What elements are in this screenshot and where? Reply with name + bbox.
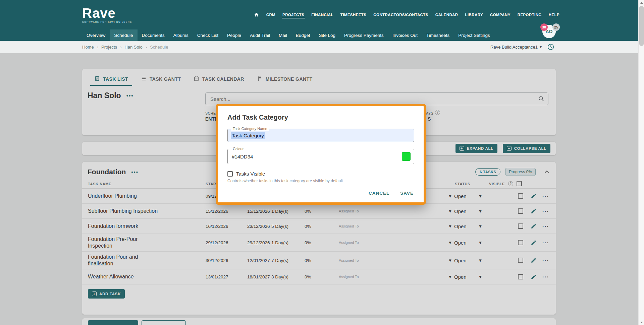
field-value-selected: Task Category	[231, 132, 265, 139]
subnav-item-overview[interactable]: Overview	[82, 29, 110, 41]
chevron-right-icon: ›	[146, 45, 147, 50]
nav-item-help[interactable]: HELP	[548, 11, 560, 18]
scrollbar[interactable]	[638, 0, 644, 325]
breadcrumb-projects[interactable]: Projects	[101, 45, 117, 50]
subnav-item-audit-trail[interactable]: Audit Trail	[246, 29, 274, 41]
save-button[interactable]: SAVE	[400, 191, 414, 196]
field-label: Task Category Name	[231, 127, 269, 131]
subnav-item-progress-payments[interactable]: Progress Payments	[340, 29, 388, 41]
breadcrumb: Home › Projects › Han Solo › Schedule Ra…	[0, 41, 638, 53]
field-label: Colour	[231, 147, 245, 151]
dialog-title: Add Task Category	[227, 114, 414, 121]
workspace-selector[interactable]: Rave Build Acceptance1 ▾	[490, 45, 542, 50]
nav-item-company[interactable]: COMPANY	[489, 11, 511, 18]
notification-badge-pink[interactable]: 30	[540, 23, 548, 31]
subnav-item-site-log[interactable]: Site Log	[315, 29, 340, 41]
breadcrumb-project[interactable]: Han Solo	[124, 45, 142, 50]
task-category-name-field[interactable]: Task Category Name Task Category	[227, 129, 414, 142]
nav-item-timesheets[interactable]: TIMESHEETS	[340, 11, 367, 18]
scroll-up-arrow[interactable]	[639, 0, 644, 5]
nav-item-reporting[interactable]: REPORTING	[517, 11, 542, 18]
nav-item-calendar[interactable]: CALENDAR	[435, 11, 459, 18]
project-subnav: Overview Schedule Documents Albums Check…	[82, 29, 494, 41]
dialog-actions: CANCEL SAVE	[227, 189, 414, 196]
nav-item-projects[interactable]: PROJECTS	[282, 11, 305, 18]
home-icon[interactable]	[253, 11, 260, 19]
tasks-visible-label: Tasks Visible	[236, 171, 265, 177]
chevron-right-icon: ›	[120, 45, 121, 50]
cancel-button[interactable]: CANCEL	[369, 191, 389, 196]
subnav-item-schedule[interactable]: Schedule	[110, 29, 137, 41]
colour-field[interactable]: Colour #14DD34	[227, 149, 414, 164]
subnav-item-invoices-out[interactable]: Invoices Out	[388, 29, 422, 41]
nav-item-financial[interactable]: FINANCIAL	[311, 11, 334, 18]
rave-logo[interactable]: Rave SOFTWARE FOR KIWI BUILDERS	[82, 6, 132, 23]
subnav-item-mail[interactable]: Mail	[274, 29, 291, 41]
triangle-up-icon	[640, 2, 643, 4]
breadcrumb-current: Schedule	[150, 45, 168, 50]
add-task-category-dialog: Add Task Category Task Category Name Tas…	[218, 106, 424, 202]
tasks-visible-row[interactable]: Tasks Visible	[227, 171, 414, 177]
colour-value: #14DD34	[232, 154, 253, 159]
subnav-item-budget[interactable]: Budget	[291, 29, 315, 41]
chevron-down-icon: ▾	[540, 45, 542, 49]
subnav-item-albums[interactable]: Albums	[169, 29, 193, 41]
subnav-item-project-settings[interactable]: Project Settings	[454, 29, 494, 41]
notification-badge-gray[interactable]: 25	[552, 23, 560, 31]
top-nav: CRM PROJECTS FINANCIAL TIMESHEETS CONTRA…	[253, 11, 560, 19]
subnav-item-timesheets[interactable]: Timesheets	[422, 29, 454, 41]
breadcrumb-home[interactable]: Home	[82, 45, 94, 50]
workspace-name: Rave Build Acceptance1	[490, 45, 538, 50]
nav-item-crm[interactable]: CRM	[266, 11, 276, 18]
subnav-item-documents[interactable]: Documents	[138, 29, 169, 41]
subnav-item-check-list[interactable]: Check List	[193, 29, 223, 41]
breadcrumb-right: Rave Build Acceptance1 ▾	[490, 43, 554, 51]
highlight-frame: Add Task Category Task Category Name Tas…	[216, 104, 426, 205]
subnav-item-people[interactable]: People	[223, 29, 246, 41]
scroll-down-arrow[interactable]	[639, 320, 644, 325]
history-clock-icon[interactable]	[547, 43, 554, 51]
scrollbar-thumb[interactable]	[639, 6, 644, 46]
nav-item-library[interactable]: LIBRARY	[465, 11, 484, 18]
helper-text: Controls whether tasks in this task cate…	[227, 179, 414, 183]
nav-item-contractors-contacts[interactable]: CONTRACTORS/CONTACTS	[373, 11, 429, 18]
triangle-down-icon	[640, 322, 643, 323]
app-root: Rave SOFTWARE FOR KIWI BUILDERS CRM PROJ…	[0, 0, 644, 325]
tasks-visible-checkbox[interactable]	[227, 171, 233, 177]
chevron-right-icon: ›	[97, 45, 98, 50]
logo-tagline: SOFTWARE FOR KIWI BUILDERS	[82, 21, 132, 23]
logo-text: Rave	[82, 6, 132, 20]
colour-swatch[interactable]	[402, 152, 411, 161]
